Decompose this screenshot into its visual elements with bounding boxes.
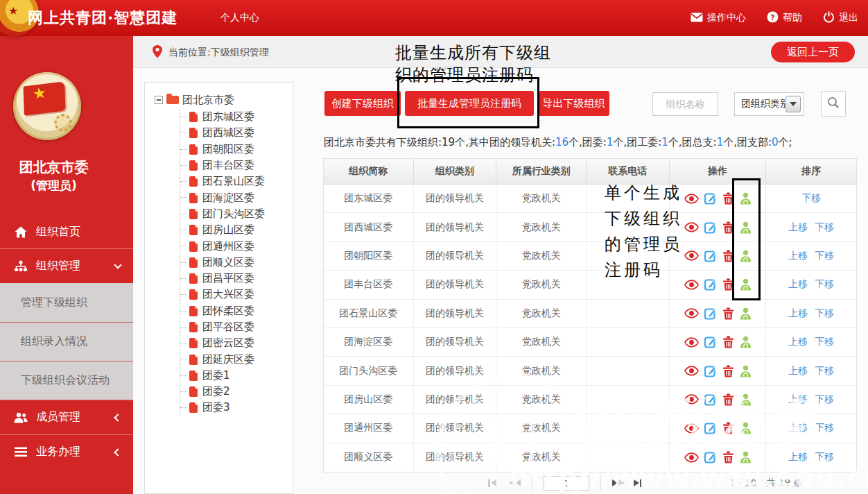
view-eye-icon[interactable] (684, 194, 699, 204)
edit-pencil-icon[interactable] (704, 192, 717, 205)
tree-node[interactable]: 团委2 (180, 384, 288, 400)
sidebar-item-member-management[interactable]: 成员管理 (0, 400, 133, 434)
delete-trash-icon[interactable] (722, 393, 734, 406)
generate-code-person-icon[interactable] (740, 221, 752, 234)
move-down-link[interactable]: 下移 (815, 221, 834, 234)
tree-node[interactable]: 团朝阳区委 (180, 142, 288, 157)
org-name-search-input[interactable] (652, 92, 718, 116)
tree-node[interactable]: 团怀柔区委 (180, 303, 288, 319)
delete-trash-icon[interactable] (722, 451, 734, 463)
delete-trash-icon[interactable] (722, 278, 734, 291)
view-eye-icon[interactable] (684, 280, 699, 290)
delete-trash-icon[interactable] (722, 365, 734, 377)
move-up-link[interactable]: 上移 (788, 365, 808, 377)
collapse-expander-icon[interactable] (155, 96, 163, 104)
help-link[interactable]: ? 帮助 (767, 11, 802, 25)
move-down-link[interactable]: 下移 (815, 393, 834, 406)
sidebar-item-business[interactable]: 业务办理 (0, 434, 133, 469)
tree-node[interactable]: 团委3 (180, 400, 288, 416)
edit-pencil-icon[interactable] (704, 451, 717, 463)
last-page-button[interactable] (634, 479, 642, 487)
tree-node[interactable]: 团东城区委 (180, 109, 288, 125)
delete-trash-icon[interactable] (722, 221, 734, 234)
edit-pencil-icon[interactable] (704, 221, 717, 234)
move-down-link[interactable]: 下移 (815, 278, 834, 291)
move-up-link[interactable]: 上移 (788, 278, 808, 291)
generate-code-person-icon[interactable] (740, 422, 752, 434)
move-down-link[interactable]: 下移 (815, 451, 834, 463)
tree-node[interactable]: 团门头沟区委 (180, 206, 288, 222)
logout-link[interactable]: 退出 (823, 11, 858, 25)
search-button[interactable] (821, 91, 846, 117)
edit-pencil-icon[interactable] (704, 365, 717, 377)
move-up-link[interactable]: 上移 (788, 307, 808, 320)
edit-pencil-icon[interactable] (704, 336, 717, 348)
generate-code-person-icon[interactable] (740, 250, 752, 262)
tree-node[interactable]: 团石景山区委 (180, 173, 288, 189)
tree-node[interactable]: 团延庆区委 (180, 351, 288, 367)
next-page-button[interactable] (612, 479, 624, 486)
delete-trash-icon[interactable] (722, 250, 734, 262)
personal-center-link[interactable]: 个人中心 (220, 12, 259, 24)
move-up-link[interactable]: 上移 (788, 422, 808, 434)
sidebar-item-manage-sub-orgs[interactable]: 管理下级组织 (0, 283, 133, 322)
move-down-link[interactable]: 下移 (815, 422, 834, 434)
tree-node[interactable]: 团顺义区委 (180, 255, 288, 271)
create-sub-org-button[interactable]: 创建下级组织 (324, 91, 401, 116)
dropdown-arrow-icon[interactable] (785, 96, 801, 112)
prev-page-button[interactable] (509, 479, 521, 486)
tree-root-node[interactable]: 团北京市委 (155, 92, 288, 108)
move-down-link[interactable]: 下移 (815, 365, 834, 377)
batch-generate-codes-button[interactable]: 批量生成管理员注册码 (405, 91, 534, 116)
edit-pencil-icon[interactable] (704, 422, 717, 434)
tree-node[interactable]: 团房山区委 (180, 222, 288, 238)
generate-code-person-icon[interactable] (740, 336, 752, 348)
view-eye-icon[interactable] (684, 423, 699, 434)
view-eye-icon[interactable] (684, 394, 699, 404)
move-down-link[interactable]: 下移 (801, 192, 821, 205)
generate-code-person-icon[interactable] (740, 307, 752, 320)
sidebar-item-org-home[interactable]: 组织首页 (0, 215, 133, 248)
generate-code-person-icon[interactable] (740, 192, 752, 205)
tree-node[interactable]: 团海淀区委 (180, 189, 288, 205)
tree-node[interactable]: 团西城区委 (180, 125, 288, 141)
move-up-link[interactable]: 上移 (788, 250, 808, 262)
view-eye-icon[interactable] (684, 366, 699, 376)
move-down-link[interactable]: 下移 (815, 307, 834, 320)
generate-code-person-icon[interactable] (740, 278, 752, 291)
edit-pencil-icon[interactable] (704, 393, 717, 406)
generate-code-person-icon[interactable] (740, 365, 752, 377)
tree-node[interactable]: 团通州区委 (180, 238, 288, 254)
sidebar-item-org-management[interactable]: 组织管理 (0, 248, 133, 283)
tree-node[interactable]: 团平谷区委 (180, 319, 288, 335)
back-button[interactable]: 返回上一页 (771, 42, 855, 62)
move-up-link[interactable]: 上移 (788, 451, 808, 463)
export-sub-orgs-button[interactable]: 导出下级组织 (538, 91, 609, 116)
page-number-input[interactable] (544, 476, 589, 491)
org-category-select[interactable]: 团组织类别 (734, 92, 804, 116)
move-down-link[interactable]: 下移 (815, 336, 834, 348)
tree-node[interactable]: 团大兴区委 (180, 287, 288, 303)
tree-node[interactable]: 团昌平区委 (180, 271, 288, 287)
operation-center-link[interactable]: 操作中心 (691, 12, 746, 24)
sidebar-item-org-entry-status[interactable]: 组织录入情况 (0, 322, 133, 361)
tree-node[interactable]: 团丰台区委 (180, 157, 288, 173)
view-eye-icon[interactable] (684, 337, 699, 348)
sidebar-item-sub-org-meetings[interactable]: 下级组织会议活动 (0, 361, 133, 400)
delete-trash-icon[interactable] (722, 336, 734, 348)
edit-pencil-icon[interactable] (704, 278, 717, 291)
view-eye-icon[interactable] (684, 250, 699, 261)
first-page-button[interactable] (488, 479, 496, 487)
delete-trash-icon[interactable] (722, 422, 734, 434)
delete-trash-icon[interactable] (722, 192, 734, 205)
generate-code-person-icon[interactable] (740, 451, 752, 463)
move-down-link[interactable]: 下移 (815, 250, 834, 262)
edit-pencil-icon[interactable] (704, 250, 717, 262)
move-up-link[interactable]: 上移 (788, 336, 808, 348)
edit-pencil-icon[interactable] (704, 307, 717, 320)
tree-node[interactable]: 团委1 (180, 368, 288, 384)
tree-node[interactable]: 团密云区委 (180, 335, 288, 351)
view-eye-icon[interactable] (684, 308, 699, 318)
move-up-link[interactable]: 上移 (788, 393, 808, 406)
move-up-link[interactable]: 上移 (788, 221, 808, 234)
